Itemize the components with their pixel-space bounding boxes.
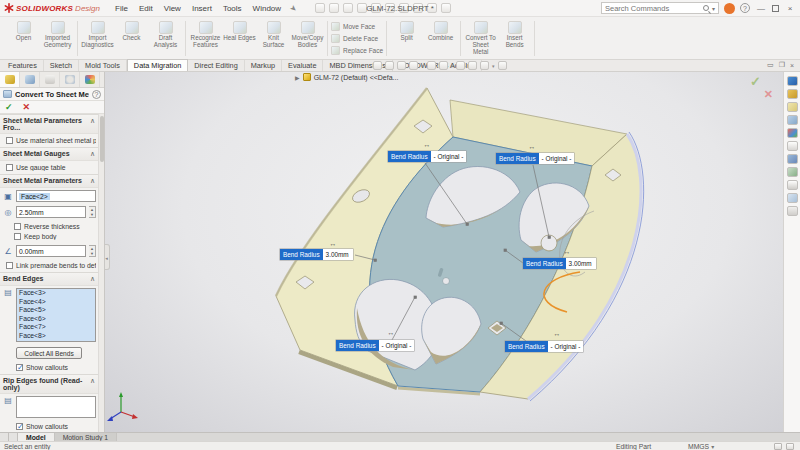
file-explorer-icon[interactable]	[787, 102, 798, 112]
search-commands-box[interactable]: ▾	[601, 2, 719, 14]
bend-radius-callout[interactable]: Bend Radius3.00mm	[523, 258, 596, 269]
section-sheet-metal-parameters[interactable]: Sheet Metal Parameters∧	[0, 174, 98, 188]
tab-dimxpert-manager[interactable]	[60, 72, 80, 87]
apply-scene-icon[interactable]	[480, 61, 489, 70]
section-rip-edges[interactable]: Rip Edges found (Read-only)∧	[0, 374, 98, 394]
menu-insert[interactable]: Insert	[187, 3, 217, 14]
print-icon[interactable]	[357, 3, 367, 13]
zoom-to-area-icon[interactable]	[385, 61, 394, 70]
ribbon-button-import-diagnostics[interactable]: Import Diagnostics	[81, 19, 114, 58]
ribbon-button-recognize-features[interactable]: Recognize Features	[189, 19, 222, 58]
close-button[interactable]: ×	[784, 4, 796, 13]
view-palette-icon[interactable]	[787, 115, 798, 125]
tree-display-icon[interactable]	[787, 206, 798, 216]
ribbon-button-move-face[interactable]: Move Face	[331, 22, 383, 31]
bend-radius-callout[interactable]: Bend Radius- Original -	[496, 153, 574, 164]
search-input[interactable]	[605, 4, 700, 13]
ribbon-button-imported-geometry[interactable]: Imported Geometry	[41, 19, 74, 58]
section-sheet-metal-gauges[interactable]: Sheet Metal Gauges∧	[0, 147, 98, 161]
menu-edit[interactable]: Edit	[134, 3, 158, 14]
pm-scrollbar[interactable]	[98, 114, 104, 432]
panel-toggle-icon[interactable]	[786, 443, 794, 450]
use-gauge-table-checkbox[interactable]	[6, 164, 13, 171]
cancel-button[interactable]: ✕	[23, 102, 31, 112]
doc-restore-icon[interactable]: ❐	[779, 61, 785, 69]
ribbon-button-draft-analysis[interactable]: Draft Analysis	[149, 19, 182, 58]
view-settings-icon[interactable]	[498, 61, 507, 70]
tab-feature-manager[interactable]	[20, 72, 40, 87]
splitter-square[interactable]	[9, 433, 18, 441]
help-icon[interactable]: ?	[740, 3, 750, 13]
doc-minimize-icon[interactable]: ▭	[767, 61, 774, 69]
callout-value[interactable]: - Original -	[379, 340, 415, 351]
tab-direct-editing[interactable]: Direct Editing	[188, 60, 244, 71]
collapse-chevron-icon[interactable]: ∧	[90, 117, 95, 131]
show-callouts-checkbox[interactable]	[16, 364, 23, 371]
tab-display-manager[interactable]	[80, 72, 100, 87]
properties-icon[interactable]	[787, 180, 798, 190]
search-icon[interactable]	[703, 5, 709, 11]
ribbon-button-insert-bends[interactable]: Insert Bends	[498, 19, 531, 58]
fixed-face-field[interactable]: Face<2>	[16, 190, 96, 202]
thickness-field[interactable]: 2.50mm	[16, 206, 86, 218]
tab-property-manager[interactable]	[0, 72, 20, 87]
restore-button[interactable]	[772, 5, 779, 12]
bend-edge-item[interactable]: Face<4>	[17, 298, 95, 307]
new-document-icon[interactable]	[329, 3, 339, 13]
edit-appearance-icon[interactable]	[468, 61, 477, 70]
rip-show-callouts-checkbox[interactable]	[16, 423, 23, 430]
callout-value[interactable]: - Original -	[548, 341, 584, 352]
callout-value[interactable]: - Original -	[431, 151, 467, 162]
view-orientation-icon[interactable]	[427, 61, 436, 70]
bend-edge-item[interactable]: Face<8>	[17, 332, 95, 341]
dropdown-caret-icon[interactable]: ▾	[492, 63, 495, 69]
sheet-metal-part[interactable]: ↔↔ ↔↔ ↔↔	[105, 80, 783, 432]
bend-radius-field[interactable]: 0.00mm	[16, 245, 86, 257]
bend-edges-list[interactable]: Face<3>Face<4>Face<5>Face<6>Face<7>Face<…	[16, 288, 96, 342]
callout-value[interactable]: 3.00mm	[323, 249, 353, 260]
options-icon[interactable]	[441, 3, 451, 13]
collapse-chevron-icon[interactable]: ∧	[90, 177, 95, 185]
toolbox-icon[interactable]	[787, 167, 798, 177]
callout-value[interactable]: 3.00mm	[566, 258, 596, 269]
dropdown-caret-icon[interactable]: ▾	[451, 63, 454, 69]
tab-model[interactable]: Model	[18, 433, 55, 441]
tab-data-migration[interactable]: Data Migration	[127, 59, 188, 71]
link-bends-checkbox[interactable]	[6, 262, 13, 269]
search-caret-icon[interactable]: ▾	[712, 5, 715, 12]
pm-help-icon[interactable]: ?	[92, 90, 101, 99]
menu-view[interactable]: View	[159, 3, 186, 14]
tab-sketch[interactable]: Sketch	[44, 60, 79, 71]
resources-icon[interactable]	[787, 76, 798, 86]
ribbon-button-convert-to-sheet-metal[interactable]: Convert To Sheet Metal	[464, 19, 497, 58]
callout-value[interactable]: - Original -	[539, 153, 575, 164]
select-icon[interactable]	[399, 3, 409, 13]
minimize-button[interactable]: —	[755, 4, 767, 13]
tab-configuration-manager[interactable]	[40, 72, 60, 87]
open-icon[interactable]	[343, 3, 353, 13]
tab-evaluate[interactable]: Evaluate	[282, 60, 323, 71]
unit-system-selector[interactable]: MMGS▾	[688, 443, 714, 450]
ribbon-button-heal-edges[interactable]: Heal Edges	[223, 19, 256, 58]
collapse-chevron-icon[interactable]: ∧	[90, 275, 95, 283]
use-material-params-checkbox[interactable]	[6, 137, 13, 144]
bend-edge-item[interactable]: Face<3>	[17, 289, 95, 298]
tab-markup[interactable]: Markup	[245, 60, 282, 71]
section-bend-edges[interactable]: Bend Edges∧	[0, 272, 98, 286]
tab-mold-tools[interactable]: Mold Tools	[79, 60, 127, 71]
collapse-chevron-icon[interactable]: ∧	[90, 377, 95, 391]
file-properties-icon[interactable]	[427, 3, 437, 13]
menu-tools[interactable]: Tools	[218, 3, 247, 14]
bend-radius-callout[interactable]: Bend Radius- Original -	[336, 340, 414, 351]
ribbon-button-move-copy-bodies[interactable]: Move/Copy Bodies	[291, 19, 324, 58]
bend-edge-item[interactable]: Face<5>	[17, 306, 95, 315]
tab-features[interactable]: Features	[2, 60, 44, 71]
menu-file[interactable]: File	[110, 3, 133, 14]
design-library-icon[interactable]	[787, 89, 798, 99]
undo-icon[interactable]	[371, 3, 381, 13]
keep-body-checkbox[interactable]	[14, 233, 21, 240]
ribbon-button-open[interactable]: Open	[7, 19, 40, 58]
doc-close-icon[interactable]: ×	[790, 62, 794, 69]
reverse-thickness-checkbox[interactable]	[14, 223, 21, 230]
splitter-square[interactable]	[0, 433, 9, 441]
